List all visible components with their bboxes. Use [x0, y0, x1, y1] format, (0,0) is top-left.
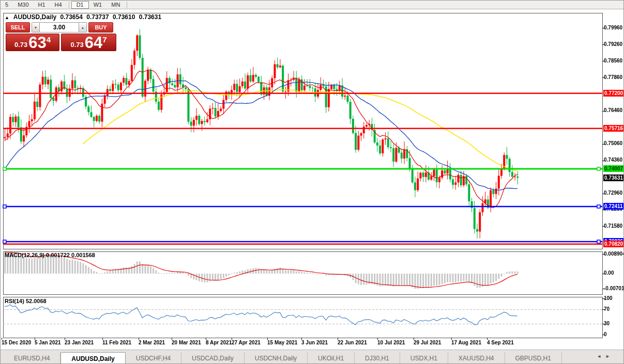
chart-tab-ukoil[interactable]: UKOil,H1 — [308, 352, 355, 364]
rsi-axis-label: 70 — [604, 306, 624, 312]
chart-title: ▲ AUDUSD,Daily 0.73654 0.73737 0.73610 0… — [5, 13, 163, 21]
buy-button[interactable]: BUY — [88, 22, 113, 33]
date-tick-label: 27 Apr 2021 — [232, 340, 261, 345]
sell-button[interactable]: SELL — [6, 22, 30, 33]
price-tick-label: 0.71580 — [604, 223, 624, 229]
price-chart-canvas[interactable] — [1, 1, 624, 364]
volume-decrease-icon[interactable]: ▼ — [32, 22, 40, 33]
volume-input[interactable] — [40, 22, 79, 33]
date-tick-label: 23 Jan 2021 — [65, 340, 94, 345]
chart-tab-usdchf[interactable]: USDCHF,H4 — [126, 352, 181, 364]
date-tick-label: 10 Jul 2021 — [377, 340, 405, 345]
hline-price-label: 0.70820 — [603, 241, 624, 247]
rsi-indicator-label: RSI(14) 52.0068 — [5, 298, 47, 304]
chart-tab-xauusd[interactable]: XAUUSD,H4 — [448, 352, 505, 364]
sell-price-pip: 4 — [47, 35, 51, 44]
rsi-axis-label: 30 — [604, 321, 624, 326]
rsi-axis-label: 100 — [604, 295, 624, 301]
chart-tab-usdcnh[interactable]: USDCNH,Daily — [245, 352, 308, 364]
chart-symbol-label: AUDUSD,Daily — [13, 13, 56, 21]
chart-tab-usdx[interactable]: USDX,H1 — [400, 352, 448, 364]
buy-price-prefix: 0.73 — [70, 41, 83, 49]
date-tick-label: 2 Mar 2021 — [139, 340, 165, 345]
chart-tab-dj30[interactable]: DJ30,H1 — [355, 352, 400, 364]
tab-scroll-right-icon[interactable]: ► — [605, 354, 614, 359]
sell-price-display[interactable]: 0.73 63 4 — [6, 34, 59, 51]
tab-scroll-arrows: ◄► — [597, 354, 614, 359]
tab-scroll-left-icon[interactable]: ◄ — [597, 354, 605, 359]
chart-tab-eurusd[interactable]: EURUSD,H4 — [4, 352, 60, 364]
date-tick-label: 3 Jun 2021 — [301, 340, 328, 345]
date-tick-label: 15 May 2021 — [267, 340, 297, 345]
trading-platform-window: 5M30H1H4D1W1MN ▲ AUDUSD,Daily 0.73654 0.… — [0, 0, 624, 364]
price-tick-label: 0.77860 — [604, 74, 624, 80]
date-tick-label: 29 Jul 2021 — [414, 340, 441, 345]
date-tick-label: 11 Feb 2021 — [102, 340, 131, 345]
price-tick-label: 0.79960 — [604, 25, 624, 30]
macd-axis-label: -0.007012 — [604, 286, 624, 291]
macd-axis-label: 0.008904 — [604, 251, 624, 257]
chart-tab-bar: EURUSD,H4AUDUSD,DailyUSDCHF,H4USDCAD,Dai… — [1, 350, 624, 364]
date-tick-label: 4 Sep 2021 — [487, 340, 514, 345]
collapse-quote-panel-icon[interactable]: ▲ — [5, 15, 9, 20]
macd-axis-label: 0.00 — [604, 270, 624, 276]
buy-price-big: 64 — [85, 35, 102, 50]
hline-price-label: 0.75716 — [603, 125, 624, 132]
sell-price-prefix: 0.73 — [14, 41, 27, 49]
hline-price-label: 0.72411 — [603, 203, 624, 210]
ohlc-close: 0.73631 — [139, 13, 161, 21]
price-tick-label: 0.75060 — [604, 140, 624, 146]
chart-tab-usdcad[interactable]: USDCAD,Daily — [181, 352, 245, 364]
date-tick-label: 8 Apr 2021 — [206, 340, 232, 345]
ohlc-high: 0.73737 — [86, 13, 109, 21]
price-tick-label: 0.76460 — [604, 107, 624, 113]
date-tick-label: 20 Mar 2021 — [172, 340, 201, 345]
date-tick-label: 17 Aug 2021 — [451, 340, 481, 345]
current-price-label: 0.73631 — [603, 175, 624, 181]
rsi-axis-label: 0 — [604, 331, 624, 337]
macd-indicator-label: MACD(12,26,9) 0.001722 0.001568 — [5, 252, 95, 258]
hline-price-label: 0.77200 — [603, 90, 624, 97]
volume-increase-icon[interactable]: ▲ — [79, 22, 87, 33]
buy-price-display[interactable]: 0.73 64 7 — [61, 34, 116, 51]
one-click-trading-panel: SELL ▼ ▲ BUY 0.73 63 4 0.73 64 7 — [6, 22, 116, 51]
sell-price-big: 63 — [28, 35, 46, 50]
buy-price-pip: 7 — [102, 35, 106, 44]
price-tick-label: 0.74360 — [604, 157, 624, 163]
date-tick-label: 22 Jun 2021 — [338, 340, 367, 345]
price-tick-label: 0.78560 — [604, 58, 624, 64]
date-tick-label: 5 Jan 2021 — [35, 340, 61, 345]
date-tick-label: 15 Dec 2020 — [2, 340, 31, 345]
price-tick-label: 0.72960 — [604, 190, 624, 196]
price-tick-label: 0.79260 — [604, 41, 624, 47]
ohlc-open: 0.73654 — [60, 13, 83, 21]
ohlc-low: 0.73610 — [113, 13, 135, 21]
hline-price-label: 0.74007 — [603, 165, 624, 172]
chart-tab-gbpusd[interactable]: GBPUSD,H1 — [505, 352, 562, 364]
chart-tab-audusd[interactable]: AUDUSD,Daily — [60, 352, 125, 364]
